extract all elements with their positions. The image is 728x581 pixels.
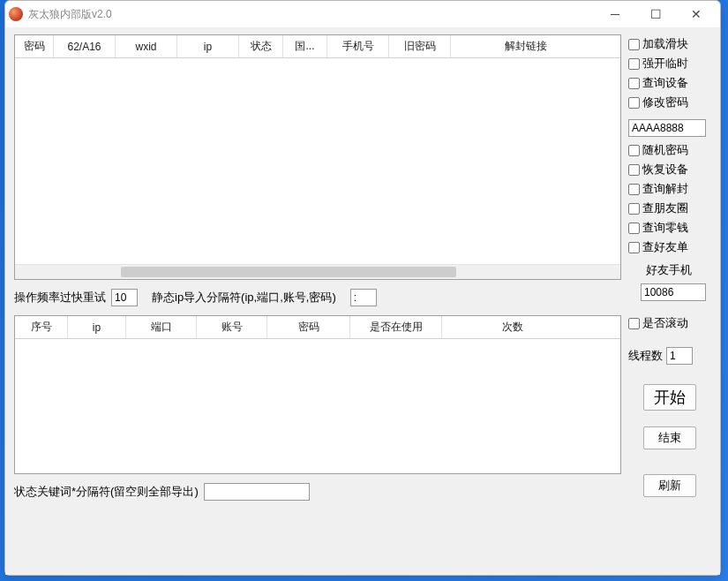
opt-mid-label-3: 查朋友圈 xyxy=(642,200,688,216)
app-icon xyxy=(9,7,23,21)
keyword-label: 状态关键词*分隔符(留空则全部导出) xyxy=(14,484,199,500)
friend-phone-label: 好友手机 xyxy=(628,262,711,278)
checkbox-icon xyxy=(628,184,640,195)
opt-mid-2[interactable]: 查询解封 xyxy=(628,181,711,197)
opt-mid-1[interactable]: 恢复设备 xyxy=(628,162,711,177)
horizontal-scrollbar[interactable] xyxy=(15,264,620,279)
opt-top-1[interactable]: 强开临时 xyxy=(628,56,711,72)
accounts-col-3[interactable]: ip xyxy=(177,35,239,57)
accounts-col-2[interactable]: wxid xyxy=(116,35,177,57)
password-input[interactable] xyxy=(628,119,706,137)
minimize-button[interactable]: ─ xyxy=(595,2,635,26)
checkbox-icon xyxy=(628,223,640,234)
opt-mid-label-1: 恢复设备 xyxy=(642,162,688,177)
opt-top-label-3: 修改密码 xyxy=(642,94,688,110)
close-button[interactable]: ✕ xyxy=(676,2,717,26)
delimiter-input[interactable] xyxy=(350,289,377,306)
opt-top-2[interactable]: 查询设备 xyxy=(628,75,711,91)
accounts-col-1[interactable]: 62/A16 xyxy=(54,35,116,57)
proxy-col-6[interactable]: 次数 xyxy=(442,316,583,338)
opt-mid-label-4: 查询零钱 xyxy=(642,220,688,236)
thread-row: 线程数 xyxy=(628,347,711,365)
options-row: 操作频率过快重试 静态ip导入分隔符(ip,端口,账号,密码) xyxy=(14,289,621,306)
accounts-col-5[interactable]: 国... xyxy=(283,35,327,57)
maximize-button[interactable]: ☐ xyxy=(635,2,676,26)
start-button[interactable]: 开始 xyxy=(643,384,696,411)
opt-top-label-2: 查询设备 xyxy=(642,75,688,91)
title-bar: 灰太狼内部版v2.0 ─ ☐ ✕ xyxy=(5,1,720,27)
scroll-checkbox-label: 是否滚动 xyxy=(642,315,688,331)
end-button[interactable]: 结束 xyxy=(643,426,696,449)
opt-mid-label-0: 随机密码 xyxy=(642,142,688,158)
window-title: 灰太狼内部版v2.0 xyxy=(28,7,112,22)
left-column: 密码62/A16wxidip状态国...手机号旧密码解封链接 操作频率过快重试 … xyxy=(14,34,621,566)
opt-mid-label-5: 查好友单 xyxy=(642,239,688,255)
scroll-checkbox[interactable]: 是否滚动 xyxy=(628,315,711,331)
opt-mid-label-2: 查询解封 xyxy=(642,181,688,197)
friend-phone-input[interactable] xyxy=(641,283,706,301)
checkbox-icon xyxy=(628,203,640,215)
checkbox-icon xyxy=(628,242,640,253)
accounts-col-0[interactable]: 密码 xyxy=(15,35,54,57)
accounts-col-4[interactable]: 状态 xyxy=(239,35,283,57)
opt-top-0[interactable]: 加载滑块 xyxy=(628,36,711,52)
proxy-table-body xyxy=(15,339,620,473)
proxy-col-4[interactable]: 密码 xyxy=(267,316,350,338)
delimiter-label: 静态ip导入分隔符(ip,端口,账号,密码) xyxy=(152,290,336,306)
checkbox-icon xyxy=(628,145,640,156)
refresh-button[interactable]: 刷新 xyxy=(643,474,696,497)
accounts-table-body xyxy=(15,58,620,279)
checkbox-icon xyxy=(628,39,640,50)
thread-input[interactable] xyxy=(666,347,693,365)
scrollbar-thumb[interactable] xyxy=(121,267,456,277)
client-area: 密码62/A16wxidip状态国...手机号旧密码解封链接 操作频率过快重试 … xyxy=(5,27,720,575)
checkbox-icon xyxy=(628,78,640,89)
app-window: 灰太狼内部版v2.0 ─ ☐ ✕ 密码62/A16wxidip状态国...手机号… xyxy=(4,0,721,576)
opt-top-3[interactable]: 修改密码 xyxy=(628,94,711,110)
opt-mid-4[interactable]: 查询零钱 xyxy=(628,220,711,236)
accounts-table-header: 密码62/A16wxidip状态国...手机号旧密码解封链接 xyxy=(15,35,620,58)
proxy-col-5[interactable]: 是否在使用 xyxy=(350,316,442,338)
opt-mid-5[interactable]: 查好友单 xyxy=(628,239,711,255)
side-panel: 加载滑块强开临时查询设备修改密码 随机密码恢复设备查询解封查朋友圈查询零钱查好友… xyxy=(628,34,711,566)
proxy-col-2[interactable]: 端口 xyxy=(126,316,197,338)
checkbox-icon xyxy=(628,58,640,70)
opt-mid-3[interactable]: 查朋友圈 xyxy=(628,200,711,216)
retry-label: 操作频率过快重试 xyxy=(14,290,106,306)
accounts-col-6[interactable]: 手机号 xyxy=(327,35,389,57)
proxy-table[interactable]: 序号ip端口账号密码是否在使用次数 xyxy=(14,315,621,474)
checkbox-icon xyxy=(628,318,640,329)
proxy-table-header: 序号ip端口账号密码是否在使用次数 xyxy=(15,316,620,339)
proxy-col-0[interactable]: 序号 xyxy=(15,316,68,338)
proxy-col-1[interactable]: ip xyxy=(68,316,126,338)
opt-mid-0[interactable]: 随机密码 xyxy=(628,142,711,158)
opt-top-label-0: 加载滑块 xyxy=(642,36,688,52)
accounts-col-7[interactable]: 旧密码 xyxy=(389,35,451,57)
accounts-table[interactable]: 密码62/A16wxidip状态国...手机号旧密码解封链接 xyxy=(14,34,621,280)
keyword-input[interactable] xyxy=(204,483,310,501)
thread-label: 线程数 xyxy=(628,348,663,364)
accounts-col-8[interactable]: 解封链接 xyxy=(451,35,601,57)
proxy-col-3[interactable]: 账号 xyxy=(197,316,267,338)
checkbox-icon xyxy=(628,164,640,176)
retry-input[interactable] xyxy=(111,289,138,306)
checkbox-icon xyxy=(628,97,640,109)
opt-top-label-1: 强开临时 xyxy=(642,56,688,72)
filter-row: 状态关键词*分隔符(留空则全部导出) xyxy=(14,483,621,501)
